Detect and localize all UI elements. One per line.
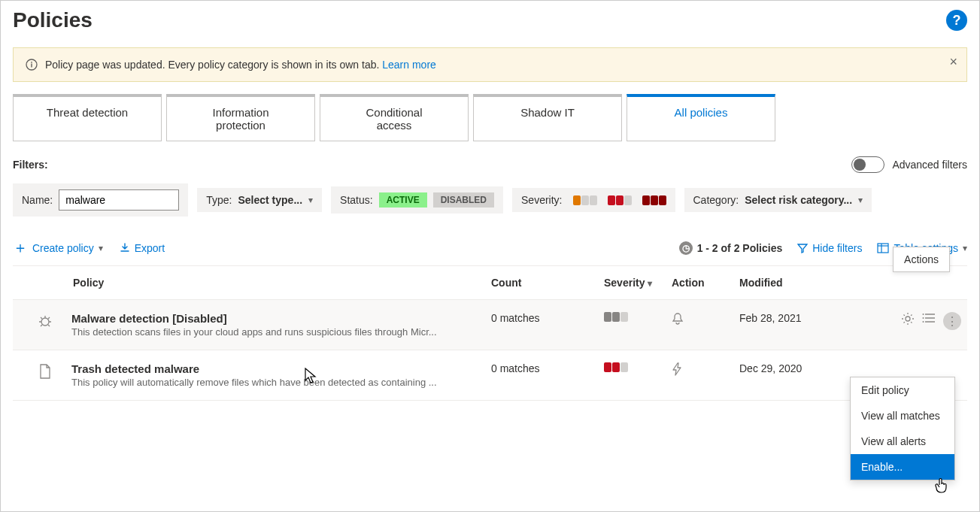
filter-type[interactable]: Type: Select type... ▾ xyxy=(197,188,322,212)
policy-modified: Dec 29, 2020 xyxy=(739,362,890,374)
status-disabled-chip[interactable]: DISABLED xyxy=(433,192,494,208)
result-count: ◷ 1 - 2 of 2 Policies xyxy=(679,241,783,255)
filter-icon xyxy=(797,243,808,253)
tabs: Threat detection Information protection … xyxy=(13,94,967,141)
policy-severity xyxy=(604,362,672,372)
policy-count: 0 matches xyxy=(491,312,604,324)
help-button[interactable]: ? xyxy=(946,10,967,31)
table-row[interactable]: Trash detected malware This policy will … xyxy=(13,350,967,401)
bug-icon xyxy=(19,312,71,329)
count-icon: ◷ xyxy=(679,241,693,255)
export-button[interactable]: Export xyxy=(120,242,165,254)
tab-shadow-it[interactable]: Shadow IT xyxy=(473,94,622,141)
col-count[interactable]: Count xyxy=(491,277,604,289)
filter-category[interactable]: Category: Select risk category... ▾ xyxy=(684,188,872,212)
severity-low-icon[interactable] xyxy=(573,195,597,205)
info-icon xyxy=(26,59,38,71)
policy-name: Trash detected malware xyxy=(71,362,491,375)
bell-icon xyxy=(672,312,739,326)
filter-name-label: Name: xyxy=(22,194,53,206)
svg-point-1 xyxy=(31,62,32,63)
gear-icon[interactable] xyxy=(901,312,915,330)
download-icon xyxy=(120,243,130,253)
page-title: Policies xyxy=(13,8,93,32)
filter-severity-label: Severity: xyxy=(521,194,562,206)
list-icon[interactable] xyxy=(922,312,936,330)
tab-information-protection[interactable]: Information protection xyxy=(166,94,315,141)
chevron-down-icon: ▾ xyxy=(648,278,652,289)
info-banner: Policy page was updated. Every policy ca… xyxy=(13,47,967,82)
banner-text: Policy page was updated. Every policy ca… xyxy=(45,59,382,71)
filters-label: Filters: xyxy=(13,159,48,171)
menu-edit-policy[interactable]: Edit policy xyxy=(851,377,954,403)
svg-point-11 xyxy=(923,314,924,315)
filter-status: Status: ACTIVE DISABLED xyxy=(331,186,503,214)
tab-all-policies[interactable]: All policies xyxy=(627,94,775,141)
more-icon[interactable]: ⋮ xyxy=(943,312,961,330)
menu-view-alerts[interactable]: View all alerts xyxy=(851,429,954,454)
advanced-filters-toggle[interactable] xyxy=(851,156,884,173)
svg-point-12 xyxy=(923,317,924,319)
severity-high-icon[interactable] xyxy=(642,195,666,205)
policies-table: Policy Count Severity ▾ Action Modified … xyxy=(13,266,967,401)
tab-conditional-access[interactable]: Conditional access xyxy=(320,94,469,141)
filter-name: Name: xyxy=(13,183,188,217)
table-row[interactable]: Malware detection [Disabled] This detect… xyxy=(13,300,967,350)
policy-desc: This policy will automatically remove fi… xyxy=(71,377,491,388)
chevron-down-icon: ▾ xyxy=(963,243,967,253)
chevron-down-icon: ▾ xyxy=(858,195,863,205)
table-icon xyxy=(877,243,889,253)
filter-type-value: Select type... xyxy=(238,194,302,206)
chevron-down-icon: ▾ xyxy=(99,243,103,253)
status-active-chip[interactable]: ACTIVE xyxy=(379,192,427,208)
context-menu: Edit policy View all matches View all al… xyxy=(850,377,955,480)
learn-more-link[interactable]: Learn more xyxy=(382,59,436,71)
svg-point-6 xyxy=(41,318,49,326)
col-modified[interactable]: Modified xyxy=(739,277,890,289)
chevron-down-icon: ▾ xyxy=(308,195,313,205)
menu-view-matches[interactable]: View all matches xyxy=(851,403,954,429)
hide-filters-button[interactable]: Hide filters xyxy=(797,242,862,254)
create-policy-button[interactable]: ＋ Create policy ▾ xyxy=(13,238,103,258)
advanced-filters-label: Advanced filters xyxy=(892,159,967,171)
policy-severity xyxy=(604,312,672,322)
col-policy[interactable]: Policy xyxy=(71,277,491,289)
severity-medium-icon[interactable] xyxy=(608,195,632,205)
svg-point-13 xyxy=(923,321,924,323)
policy-desc: This detection scans files in your cloud… xyxy=(71,326,491,338)
filter-name-input[interactable] xyxy=(59,189,179,211)
svg-rect-2 xyxy=(31,64,32,68)
col-action[interactable]: Action xyxy=(672,277,739,289)
file-icon xyxy=(19,362,71,379)
policy-name: Malware detection [Disabled] xyxy=(71,312,491,325)
col-severity[interactable]: Severity ▾ xyxy=(604,277,672,289)
lightning-icon xyxy=(672,362,739,376)
plus-icon: ＋ xyxy=(13,238,28,258)
tab-threat-detection[interactable]: Threat detection xyxy=(13,94,162,141)
filter-status-label: Status: xyxy=(340,194,373,206)
filter-category-value: Select risk category... xyxy=(745,194,852,206)
svg-point-7 xyxy=(906,317,910,321)
filter-severity: Severity: xyxy=(512,188,675,212)
close-icon[interactable]: × xyxy=(949,54,957,70)
filter-category-label: Category: xyxy=(693,194,739,206)
col-actions: Actions xyxy=(893,247,950,272)
policy-count: 0 matches xyxy=(491,362,604,374)
policy-modified: Feb 28, 2021 xyxy=(739,312,890,324)
filter-type-label: Type: xyxy=(206,194,232,206)
svg-rect-3 xyxy=(878,244,888,253)
menu-enable[interactable]: Enable... xyxy=(851,454,954,480)
